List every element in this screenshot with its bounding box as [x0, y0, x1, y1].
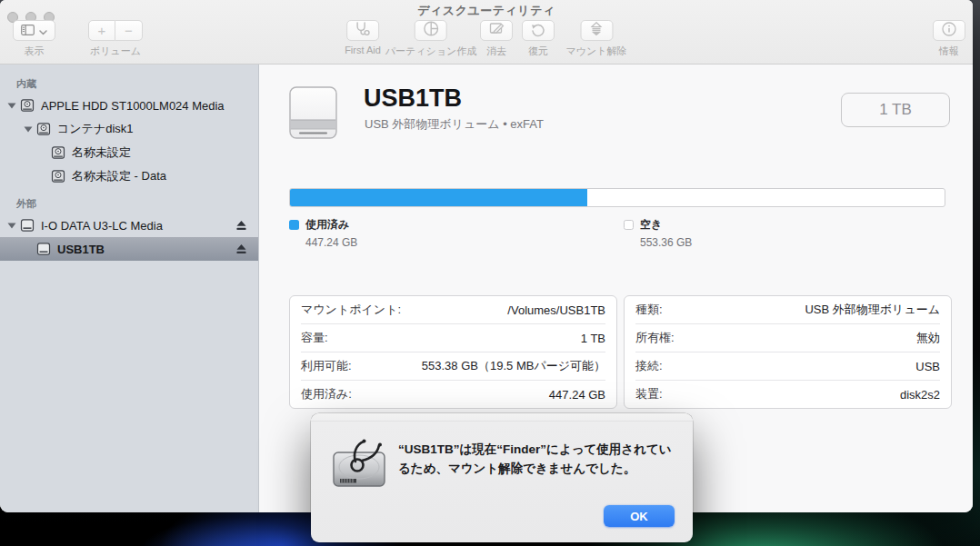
detail-value: disk2s2 — [900, 388, 940, 402]
sidebar-section-label: 外部 — [0, 194, 258, 213]
details-table-left: マウントポイント:/Volumes/USB1TB容量:1 TB利用可能:553.… — [289, 295, 617, 409]
external-disk-icon — [20, 219, 35, 232]
window-title: ディスクユーティリティ — [0, 3, 973, 19]
sidebar-item-i-o-data-u3-lc-media[interactable]: I-O DATA U3-LC Media — [0, 213, 258, 237]
eject-icon[interactable] — [236, 221, 246, 231]
restore-toolbar-group: 復元 — [522, 20, 555, 58]
legend-used: 使用済み — [289, 217, 349, 233]
info-icon — [942, 22, 956, 40]
sidebar-view-icon — [21, 23, 35, 39]
unmount-label: マウント解除 — [565, 45, 626, 58]
plus-icon: + — [98, 24, 106, 37]
sidebar-item-[interactable]: 名称未設定 — [0, 141, 258, 164]
remove-volume-button[interactable]: − — [115, 20, 143, 41]
used-swatch — [289, 220, 299, 230]
detail-row: マウントポイント:/Volumes/USB1TB — [301, 296, 605, 324]
internal-disk-icon — [36, 123, 51, 135]
eject-icon[interactable] — [236, 244, 246, 254]
unmount-icon — [591, 22, 603, 40]
detail-label: 装置: — [635, 386, 663, 402]
eraser-icon — [489, 22, 505, 39]
desktop-wallpaper: ディスクユーティリティ 表示 + — [0, 0, 980, 546]
view-button[interactable] — [13, 20, 55, 41]
sidebar-item-label: コンテナdisk1 — [57, 121, 258, 137]
detail-label: 利用可能: — [301, 358, 352, 374]
sidebar-sections: 内蔵APPLE HDD ST1000LM024 Mediaコンテナdisk1名称… — [0, 74, 258, 261]
internal-disk-icon — [51, 170, 65, 183]
partition-label: パーティション作成 — [385, 45, 477, 58]
first-aid-label: First Aid — [345, 45, 381, 55]
detail-row: 装置:disk2s2 — [635, 381, 940, 408]
dialog-titlebar — [311, 413, 693, 422]
partition-icon — [423, 21, 438, 40]
free-label: 空き — [640, 217, 662, 233]
detail-value: 1 TB — [581, 332, 605, 345]
used-value: 447.24 GB — [305, 236, 357, 249]
sidebar-item-label: I-O DATA U3-LC Media — [41, 219, 231, 233]
unmount-icon-button[interactable] — [580, 20, 613, 41]
disclosure-triangle-icon[interactable] — [7, 103, 20, 109]
detail-row: 使用済み:447.24 GB — [301, 381, 605, 408]
detail-label: 使用済み: — [301, 386, 352, 402]
used-label: 使用済み — [305, 217, 349, 233]
partition-icon-button[interactable] — [415, 20, 447, 41]
detail-value: USB 外部物理ボリューム — [805, 302, 940, 318]
sidebar: 内蔵APPLE HDD ST1000LM024 Mediaコンテナdisk1名称… — [0, 65, 259, 512]
chevron-down-icon — [39, 23, 47, 39]
sidebar-section-: 内蔵APPLE HDD ST1000LM024 Mediaコンテナdisk1名称… — [0, 74, 258, 188]
first-aid-button[interactable] — [346, 20, 379, 41]
info-label: 情報 — [939, 45, 959, 58]
volume-title: USB1TB — [364, 84, 462, 113]
detail-label: 接続: — [635, 358, 663, 374]
disclosure-triangle-icon[interactable] — [7, 223, 20, 229]
detail-value: 447.24 GB — [549, 388, 605, 402]
info-button[interactable] — [933, 20, 965, 41]
free-swatch — [624, 220, 634, 230]
sidebar-section-: 外部I-O DATA U3-LC MediaUSB1TB — [0, 194, 258, 261]
external-drive-icon — [289, 86, 337, 143]
erase-label: 消去 — [486, 45, 506, 58]
ok-button[interactable]: OK — [604, 505, 675, 527]
add-volume-button[interactable]: + — [88, 20, 115, 41]
erase-icon-button[interactable] — [480, 20, 513, 41]
external-disk-icon — [36, 243, 51, 255]
sidebar-item-usb1tb[interactable]: USB1TB — [0, 237, 258, 261]
dialog-message: “USB1TB”は現在“Finder”によって使用されているため、マウント解除で… — [398, 440, 682, 478]
restore-icon[interactable] — [522, 20, 555, 41]
internal-disk-icon — [20, 99, 35, 112]
disclosure-triangle-icon[interactable] — [24, 126, 36, 133]
detail-row: 所有権:無効 — [635, 324, 940, 352]
sidebar-item-data[interactable]: 名称未設定 - Data — [0, 164, 258, 188]
erase-toolbar-group: 消去 — [480, 20, 513, 58]
detail-label: 種類: — [635, 302, 663, 318]
detail-row: 容量:1 TB — [301, 324, 605, 352]
sidebar-item-label: APPLE HDD ST1000LM024 Media — [41, 99, 258, 113]
detail-label: 容量: — [301, 330, 328, 346]
sidebar-section-label: 内蔵 — [0, 74, 258, 94]
first-aid-toolbar-group: First Aid — [345, 20, 381, 55]
detail-value: 無効 — [916, 330, 940, 346]
capacity-badge: 1 TB — [841, 93, 950, 127]
free-value: 553.36 GB — [640, 236, 692, 249]
sidebar-item-apple-hdd-st1000lm024-media[interactable]: APPLE HDD ST1000LM024 Media — [0, 94, 258, 117]
disk-utility-app-icon — [329, 437, 389, 499]
detail-label: マウントポイント: — [301, 302, 401, 318]
sidebar-item-label: 名称未設定 — [72, 144, 258, 161]
volume-toolbar-group: + − ボリューム — [88, 20, 143, 58]
volume-subtitle: USB 外部物理ボリューム • exFAT — [365, 116, 544, 133]
stethoscope-icon — [355, 22, 370, 39]
detail-value: 553.38 GB（19.5 MBパージ可能） — [422, 358, 605, 374]
volume-label: ボリューム — [90, 45, 141, 58]
restore-label: 復元 — [528, 45, 548, 58]
detail-row: 利用可能:553.38 GB（19.5 MBパージ可能） — [301, 352, 605, 381]
detail-value: /Volumes/USB1TB — [507, 303, 605, 317]
toolbar: ディスクユーティリティ 表示 + — [0, 0, 973, 65]
detail-label: 所有権: — [635, 330, 675, 346]
sidebar-item-disk1[interactable]: コンテナdisk1 — [0, 117, 258, 141]
unmount-error-dialog: “USB1TB”は現在“Finder”によって使用されているため、マウント解除で… — [311, 413, 693, 542]
sidebar-item-label: 名称未設定 - Data — [72, 168, 258, 184]
view-toolbar-group: 表示 — [13, 20, 55, 58]
legend-free: 空き — [624, 217, 662, 233]
unmount-toolbar-group: マウント解除 — [565, 20, 626, 58]
view-label: 表示 — [25, 45, 45, 58]
